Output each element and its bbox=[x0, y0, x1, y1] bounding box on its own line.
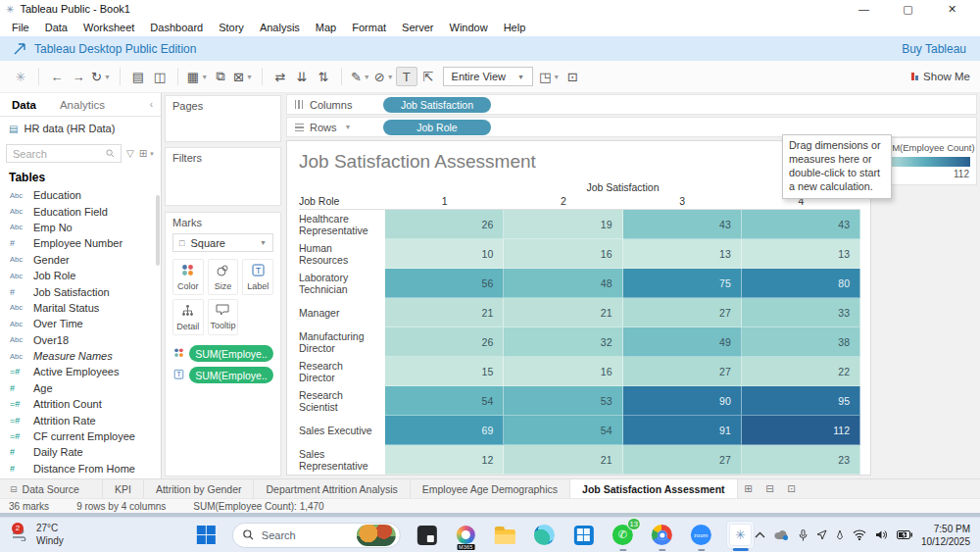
heatmap-cell[interactable]: 27 bbox=[623, 298, 742, 327]
clear-sheet-icon[interactable]: ⊠▼ bbox=[231, 68, 255, 86]
heatmap-cell[interactable]: 26 bbox=[385, 210, 504, 239]
menu-help[interactable]: Help bbox=[496, 22, 534, 33]
tab-analytics[interactable]: Analytics bbox=[48, 95, 117, 115]
new-worksheet-icon[interactable]: ▦▼ bbox=[185, 68, 210, 86]
new-data-source-icon[interactable]: ◫ bbox=[149, 68, 171, 86]
tab-data-source[interactable]: ⊟ Data Source bbox=[0, 479, 103, 498]
heatmap-cell[interactable]: 16 bbox=[504, 357, 622, 386]
sheet-tab-active[interactable]: Job Satisfaction Assessment bbox=[570, 479, 738, 498]
menu-dashboard[interactable]: Dashboard bbox=[142, 22, 211, 33]
color-button[interactable]: Color bbox=[172, 259, 204, 295]
columns-pill[interactable]: Job Satisfaction bbox=[383, 97, 491, 113]
field-education-field[interactable]: AbcEducation Field bbox=[0, 203, 161, 219]
heatmap-cell[interactable]: 21 bbox=[504, 445, 622, 475]
sort-ascending-icon[interactable]: ⇊ bbox=[291, 68, 313, 86]
new-worksheet-button[interactable]: ⊞ bbox=[738, 483, 760, 494]
field-cf-current-employee[interactable]: =#CF current Employee bbox=[0, 428, 161, 444]
replay-icon[interactable]: ↻▼ bbox=[89, 68, 113, 86]
heatmap-cell[interactable]: 33 bbox=[742, 298, 860, 327]
field-education[interactable]: AbcEducation bbox=[0, 187, 161, 203]
field-attrition-count[interactable]: =#Attrition Count bbox=[0, 396, 161, 412]
microsoft-store-icon[interactable] bbox=[570, 522, 597, 548]
buy-tableau-link[interactable]: Buy Tableau bbox=[902, 42, 966, 56]
menu-file[interactable]: File bbox=[4, 22, 37, 33]
columns-shelf[interactable]: Columns Job Satisfaction bbox=[286, 94, 977, 115]
field-employee-count[interactable]: #Employee Count bbox=[0, 477, 161, 478]
heatmap-cell[interactable]: 69 bbox=[385, 416, 504, 445]
filters-shelf[interactable]: Filters bbox=[165, 147, 281, 206]
heatmap-cell[interactable]: 95 bbox=[742, 386, 860, 416]
heatmap-cell[interactable]: 48 bbox=[504, 269, 622, 298]
fields-scrollbar[interactable] bbox=[156, 195, 160, 266]
heatmap-cell[interactable]: 32 bbox=[504, 327, 622, 357]
heatmap-cell[interactable]: 26 bbox=[385, 327, 504, 357]
pages-shelf[interactable]: Pages bbox=[165, 95, 281, 142]
field-over18[interactable]: AbcOver18 bbox=[0, 332, 161, 348]
heatmap-cell[interactable]: 21 bbox=[504, 298, 622, 327]
undo-icon[interactable]: ← bbox=[46, 68, 68, 86]
mark-type-dropdown[interactable]: □ Square ▼ bbox=[172, 233, 273, 252]
onedrive-icon[interactable] bbox=[774, 529, 790, 540]
volume-icon[interactable] bbox=[875, 529, 888, 540]
minimize-button[interactable]: — bbox=[842, 3, 886, 16]
fix-axes-icon[interactable]: ⇱ bbox=[417, 68, 439, 86]
show-mark-labels-icon[interactable]: T bbox=[396, 67, 417, 86]
measure-pill-0[interactable]: SUM(Employe.. bbox=[189, 345, 273, 362]
detail-button[interactable]: Detail bbox=[172, 299, 204, 335]
weather-widget[interactable]: 2 27°CWindy bbox=[0, 523, 74, 547]
highlight-icon[interactable]: ✎▼ bbox=[349, 68, 372, 86]
field-employee-number[interactable]: #Employee Number bbox=[0, 235, 161, 251]
save-icon[interactable]: ▤ bbox=[127, 68, 149, 86]
close-button[interactable]: ✕ bbox=[930, 3, 974, 16]
heatmap-cell[interactable]: 56 bbox=[385, 269, 504, 298]
measure-pill-1[interactable]: SUM(Employe.. bbox=[189, 367, 273, 383]
sheet-tab-kpi[interactable]: KPI bbox=[103, 479, 144, 498]
heatmap-cell[interactable]: 27 bbox=[623, 357, 742, 386]
heatmap-cell[interactable]: 10 bbox=[385, 239, 504, 269]
heatmap-cell[interactable]: 22 bbox=[742, 357, 860, 386]
label-button[interactable]: TLabel bbox=[242, 259, 273, 295]
tab-data[interactable]: Data bbox=[0, 95, 48, 115]
field-gender[interactable]: AbcGender bbox=[0, 252, 161, 268]
field-job-satisfaction[interactable]: #Job Satisfaction bbox=[0, 283, 161, 299]
heatmap-cell[interactable]: 53 bbox=[504, 386, 622, 416]
heatmap-cell[interactable]: 38 bbox=[742, 327, 860, 357]
heatmap-cell[interactable]: 80 bbox=[742, 269, 860, 298]
field-attrition-rate[interactable]: =#Attrition Rate bbox=[0, 412, 161, 427]
microphone-icon[interactable] bbox=[799, 529, 808, 541]
taskbar-search[interactable]: Search bbox=[232, 523, 401, 548]
heatmap-cell[interactable]: 49 bbox=[623, 327, 742, 357]
search-input[interactable]: Search bbox=[6, 144, 122, 163]
field-distance-from-home[interactable]: #Distance From Home bbox=[0, 461, 161, 477]
presentation-mode-icon[interactable]: ⊡ bbox=[562, 68, 583, 86]
heatmap-cell[interactable]: 19 bbox=[504, 210, 622, 239]
show-hide-cards-icon[interactable]: ◳▼ bbox=[537, 68, 562, 86]
heatmap-cell[interactable]: 112 bbox=[742, 416, 860, 445]
new-story-button[interactable]: ⊡ bbox=[781, 483, 803, 494]
heatmap-cell[interactable]: 13 bbox=[623, 239, 742, 269]
sheet-tab-department-attrition-analysis[interactable]: Department Attrition Analysis bbox=[254, 479, 410, 498]
m365-copilot-icon[interactable]: M365 bbox=[453, 522, 479, 548]
field-measure-names[interactable]: AbcMeasure Names bbox=[0, 348, 161, 364]
notebook-app-icon[interactable] bbox=[414, 522, 440, 548]
menu-data[interactable]: Data bbox=[37, 22, 75, 33]
heatmap-cell[interactable]: 43 bbox=[623, 210, 742, 239]
heatmap-cell[interactable]: 21 bbox=[385, 298, 504, 327]
sort-descending-icon[interactable]: ⇅ bbox=[313, 68, 334, 86]
heatmap-cell[interactable]: 43 bbox=[742, 210, 860, 239]
chrome-icon[interactable] bbox=[649, 522, 675, 548]
menu-story[interactable]: Story bbox=[211, 22, 252, 33]
maximize-button[interactable]: ▢ bbox=[886, 3, 930, 16]
heatmap-cell[interactable]: 27 bbox=[623, 445, 742, 475]
field-active-employees[interactable]: =#Active Employees bbox=[0, 364, 161, 379]
menu-format[interactable]: Format bbox=[344, 22, 394, 33]
location-icon[interactable] bbox=[816, 529, 827, 540]
start-button[interactable] bbox=[193, 522, 220, 548]
size-button[interactable]: Size bbox=[208, 259, 239, 295]
filter-fields-icon[interactable]: ▽ bbox=[126, 148, 134, 159]
heatmap-cell[interactable]: 16 bbox=[504, 239, 622, 269]
collapse-pane-icon[interactable]: ‹ bbox=[142, 99, 161, 110]
fit-dropdown[interactable]: Entire View▼ bbox=[443, 67, 533, 86]
file-explorer-icon[interactable] bbox=[492, 522, 518, 548]
battery-icon[interactable] bbox=[897, 530, 912, 539]
